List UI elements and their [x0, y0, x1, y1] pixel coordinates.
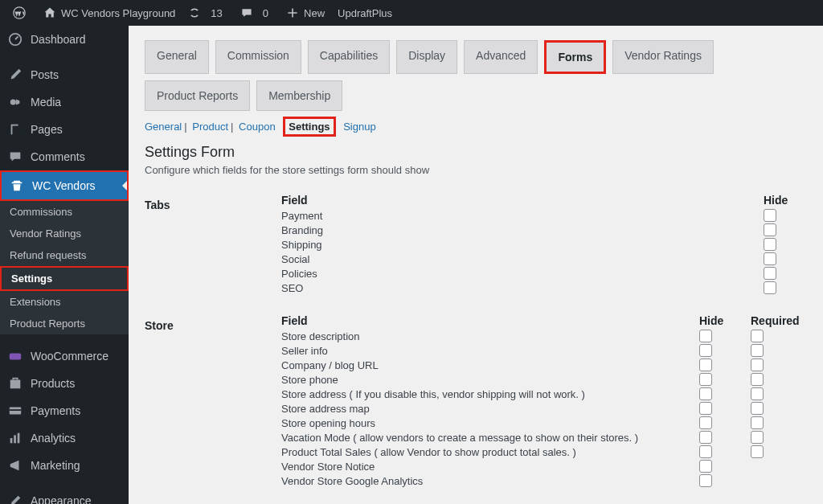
- svg-point-2: [10, 99, 16, 104]
- sidebar-item-comments[interactable]: Comments: [0, 143, 129, 170]
- sidebar-item-label: Comments: [31, 150, 85, 163]
- field-label: Store phone: [281, 373, 691, 387]
- sidebar-item-label: Appearance: [31, 494, 92, 504]
- sidebar-item-label: Products: [31, 377, 75, 390]
- sidebar-item-wc-vendors[interactable]: WC Vendors: [0, 170, 129, 201]
- updraft-label: UpdraftPlus: [338, 7, 392, 19]
- sidebar-item-marketing[interactable]: Marketing: [0, 452, 129, 479]
- tab-display[interactable]: Display: [396, 40, 457, 74]
- subtab-settings[interactable]: Settings: [283, 117, 335, 137]
- chevron-right-icon: [122, 181, 127, 191]
- sidebar-submenu: Commissions Vendor Ratings Refund reques…: [0, 201, 129, 334]
- hide-checkbox[interactable]: [764, 223, 776, 236]
- hide-checkbox[interactable]: [764, 238, 776, 251]
- sidebar-item-products[interactable]: Products: [0, 370, 129, 397]
- new-content-link[interactable]: New: [280, 0, 331, 26]
- tab-general[interactable]: General: [145, 40, 209, 74]
- sidebar-sub-product-reports[interactable]: Product Reports: [0, 313, 129, 334]
- field-label: Product Total Sales ( allow Vendor to sh…: [281, 445, 691, 459]
- updraftplus-link[interactable]: UpdraftPlus: [331, 0, 399, 26]
- hide-checkbox[interactable]: [699, 344, 712, 357]
- field-label: Social: [281, 252, 755, 266]
- tab-membership[interactable]: Membership: [256, 80, 342, 111]
- field-label: Vacation Mode ( allow vendors to create …: [281, 431, 691, 445]
- sidebar-item-label: WooCommerce: [31, 350, 109, 363]
- required-checkbox[interactable]: [751, 359, 764, 371]
- hide-checkbox[interactable]: [699, 402, 712, 415]
- sidebar-item-label: Marketing: [31, 459, 80, 472]
- hide-checkbox[interactable]: [764, 252, 776, 265]
- subtab-coupon[interactable]: Coupon: [239, 121, 276, 133]
- sidebar-item-posts[interactable]: Posts: [0, 61, 129, 88]
- hide-checkbox[interactable]: [699, 359, 712, 371]
- tab-commission[interactable]: Commission: [215, 40, 301, 74]
- sidebar-sub-settings[interactable]: Settings: [0, 266, 129, 291]
- sidebar-sub-commissions[interactable]: Commissions: [0, 201, 129, 223]
- new-label: New: [304, 7, 325, 19]
- hide-checkbox[interactable]: [699, 431, 712, 444]
- field-label: SEO: [281, 281, 755, 295]
- sidebar-item-payments[interactable]: Payments: [0, 397, 129, 424]
- subtab-general[interactable]: General: [145, 121, 182, 133]
- hide-checkbox[interactable]: [764, 209, 776, 222]
- sidebar-item-pages[interactable]: Pages: [0, 116, 129, 143]
- sidebar-item-analytics[interactable]: Analytics: [0, 424, 129, 452]
- hide-checkbox[interactable]: [699, 416, 712, 429]
- svg-rect-6: [10, 380, 21, 389]
- field-label: Vendor Store Google Analytics: [281, 474, 691, 488]
- updates-count: 13: [206, 7, 227, 19]
- column-header: Field: [281, 194, 755, 208]
- section-label: Tabs: [145, 194, 281, 314]
- sidebar-item-media[interactable]: Media: [0, 88, 129, 116]
- hide-checkbox[interactable]: [699, 445, 712, 458]
- hide-checkbox[interactable]: [764, 267, 776, 280]
- required-checkbox[interactable]: [751, 416, 764, 429]
- hide-checkbox[interactable]: [699, 474, 712, 487]
- sidebar-sub-refund-requests[interactable]: Refund requests: [0, 244, 129, 266]
- sidebar-item-appearance[interactable]: Appearance: [0, 487, 129, 504]
- subtab-product[interactable]: Product: [192, 121, 228, 133]
- sidebar-item-woocommerce[interactable]: WooCommerce: [0, 342, 129, 370]
- field-label: Shipping: [281, 238, 755, 252]
- hide-checkbox[interactable]: [699, 373, 712, 386]
- tab-vendor-ratings[interactable]: Vendor Ratings: [612, 40, 714, 74]
- required-checkbox[interactable]: [751, 330, 764, 342]
- sidebar-sub-vendor-ratings[interactable]: Vendor Ratings: [0, 223, 129, 244]
- hide-checkbox[interactable]: [699, 460, 712, 473]
- sidebar-sub-extensions[interactable]: Extensions: [0, 291, 129, 313]
- hide-checkbox[interactable]: [764, 281, 776, 294]
- site-name-link[interactable]: WC Vendors Playground: [37, 0, 182, 26]
- hide-checkbox[interactable]: [699, 387, 712, 400]
- field-label: Seller info: [281, 344, 691, 358]
- svg-rect-4: [12, 126, 19, 137]
- column-header: Hide: [764, 194, 807, 208]
- tab-capabilities[interactable]: Capabilities: [308, 40, 390, 74]
- field-label: Company / blog URL: [281, 359, 691, 372]
- required-checkbox[interactable]: [751, 344, 764, 357]
- tab-product-reports[interactable]: Product Reports: [145, 80, 250, 111]
- admin-bar: WC Vendors Playground 13 0 New UpdraftPl…: [0, 0, 823, 26]
- field-label: Store address ( If you disable this, ven…: [281, 387, 691, 401]
- nav-tabs: General Commission Capabilities Display …: [145, 40, 807, 111]
- field-label: Policies: [281, 267, 755, 281]
- updates-link[interactable]: 13: [182, 0, 233, 26]
- required-checkbox[interactable]: [751, 445, 764, 458]
- page-title: Settings Form: [145, 144, 807, 161]
- sidebar-item-dashboard[interactable]: Dashboard: [0, 26, 129, 53]
- field-label: Store description: [281, 330, 691, 343]
- wp-logo[interactable]: [6, 0, 37, 26]
- required-checkbox[interactable]: [751, 387, 764, 400]
- column-header: Required: [751, 314, 807, 329]
- required-checkbox[interactable]: [751, 402, 764, 415]
- tab-advanced[interactable]: Advanced: [464, 40, 538, 74]
- required-checkbox[interactable]: [751, 431, 764, 444]
- sidebar-item-label: WC Vendors: [32, 179, 96, 192]
- content-area: General Commission Capabilities Display …: [129, 26, 823, 504]
- hide-checkbox[interactable]: [699, 330, 712, 342]
- subtab-signup[interactable]: Signup: [343, 121, 375, 133]
- tab-forms[interactable]: Forms: [544, 40, 606, 74]
- comments-link[interactable]: 0: [234, 0, 280, 26]
- svg-rect-8: [10, 409, 21, 411]
- required-checkbox[interactable]: [751, 373, 764, 386]
- field-label: Store opening hours: [281, 416, 691, 430]
